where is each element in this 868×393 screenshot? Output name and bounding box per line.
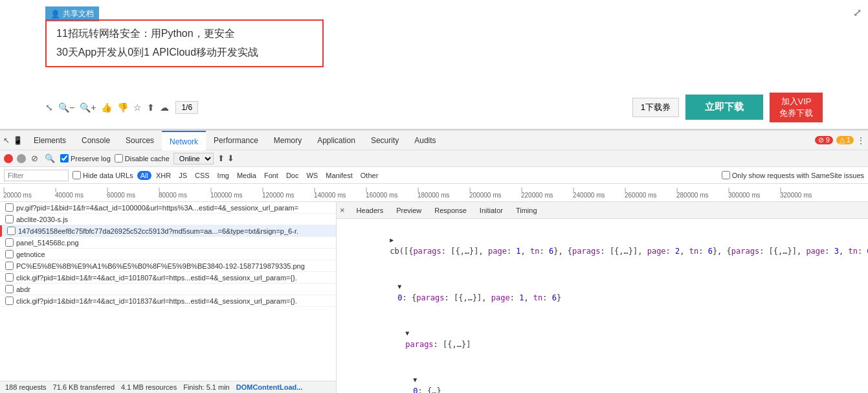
webpage-toolbar: ⤡ 🔍− 🔍+ 👍 👎 ☆ ⬆ ☁ 1/6 1下载券 立即下载 加入VIP 免券… (45, 93, 823, 122)
thumb-down-icon[interactable]: 👎 (117, 102, 128, 113)
filter-tag-js[interactable]: JS (175, 171, 190, 180)
json-line-3: ▼ parags: [{,…}] (343, 315, 862, 362)
throttle-select[interactable]: Online (173, 153, 214, 164)
thumb-up-icon[interactable]: 👍 (101, 102, 112, 113)
search-icon-button[interactable]: 🔍 (43, 153, 56, 163)
expand-icon[interactable]: ⤢ (853, 6, 862, 19)
preserve-log-label[interactable]: Preserve log (60, 154, 111, 163)
request-checkbox-3[interactable] (7, 227, 16, 235)
request-checkbox-4[interactable] (5, 238, 14, 247)
disable-cache-text: Disable cache (125, 155, 170, 163)
vip-button[interactable]: 加入VIP 免券下载 (770, 93, 823, 122)
vip-line2: 免券下载 (779, 107, 813, 119)
download-button[interactable]: 立即下载 (685, 95, 763, 120)
request-name-1: pv.gif?pid=1&bid=1&fr=4&act_id=100000&ur… (16, 204, 298, 212)
tab-audits[interactable]: Audits (406, 131, 443, 150)
share-icon[interactable]: ⬆ (147, 102, 155, 113)
json-arrow-2[interactable]: ▼ (397, 283, 401, 290)
request-item-2[interactable]: abclite-2030-s.js (0, 214, 336, 225)
request-item-8[interactable]: abdr (0, 284, 336, 295)
device-icon[interactable]: 📱 (13, 136, 23, 145)
star-icon[interactable]: ☆ (133, 102, 142, 113)
cloud-icon[interactable]: ☁ (160, 102, 169, 113)
export-icon[interactable]: ⬇ (227, 153, 234, 163)
response-tab-response[interactable]: Response (428, 202, 473, 219)
samesite-checkbox[interactable] (722, 171, 730, 179)
filter-tags: All XHR JS CSS Img Media Font Doc WS Man… (137, 171, 382, 180)
tab-console[interactable]: Console (74, 131, 118, 150)
hide-data-urls-text: Hide data URLs (83, 172, 133, 179)
zoom-out-icon[interactable]: 🔍− (58, 102, 74, 113)
filter-tag-doc[interactable]: Doc (283, 171, 302, 180)
filter-tag-ws[interactable]: WS (303, 171, 321, 180)
filter-tag-all[interactable]: All (137, 171, 151, 180)
json-arrow-3[interactable]: ▼ (405, 330, 409, 337)
response-close-button[interactable]: × (340, 205, 345, 215)
filter-input[interactable] (4, 170, 69, 181)
disable-cache-label[interactable]: Disable cache (115, 154, 170, 163)
filter-tag-css[interactable]: CSS (192, 171, 213, 180)
request-item-5[interactable]: getnotice (0, 249, 336, 260)
filter-tag-img[interactable]: Img (214, 171, 232, 180)
clear-button[interactable] (17, 154, 26, 163)
tab-network[interactable]: Network (162, 131, 206, 150)
devtools-more-icon[interactable]: ⋮ (857, 136, 865, 145)
samesite-label[interactable]: Only show requests with SameSite issues (722, 171, 864, 179)
filter-tag-font[interactable]: Font (261, 171, 282, 180)
footer-requests: 188 requests (5, 383, 47, 391)
tab-security[interactable]: Security (363, 131, 406, 150)
request-item-3[interactable]: 147d495158eef8c75fbfc77da26925c52cc5913d… (0, 225, 336, 237)
tick-14: 280000 ms (676, 192, 728, 199)
request-checkbox-7[interactable] (5, 273, 14, 282)
tab-sources[interactable]: Sources (118, 131, 162, 150)
hide-data-urls-checkbox[interactable] (72, 171, 81, 179)
response-tab-preview[interactable]: Preview (390, 202, 428, 219)
filter-tag-other[interactable]: Other (357, 171, 382, 180)
tab-application[interactable]: Application (309, 131, 363, 150)
request-checkbox-9[interactable] (5, 297, 14, 305)
preserve-log-checkbox[interactable] (60, 154, 69, 163)
json-line-2: ▼ 0: {parags: [{,…}], page: 1, tn: 6} (343, 269, 862, 315)
filter-icon-button[interactable]: ⊘ (30, 153, 39, 163)
tab-memory[interactable]: Memory (266, 131, 309, 150)
import-icon[interactable]: ⬆ (217, 153, 225, 163)
inspect-icon[interactable]: ↖ (3, 136, 10, 145)
vip-line1: 加入VIP (779, 96, 813, 107)
footer-finish: Finish: 5.1 min (183, 383, 230, 391)
ruler-ticks: 20000 ms 40000 ms 60000 ms 80000 ms 1000… (0, 192, 868, 199)
request-checkbox-1[interactable] (5, 203, 14, 212)
request-name-3: 147d495158eef8c75fbfc77da26925c52cc5913d… (18, 227, 298, 235)
record-button[interactable] (4, 154, 13, 163)
json-arrow-1[interactable]: ▶ (390, 236, 394, 243)
response-tab-headers[interactable]: Headers (350, 202, 390, 219)
request-item-7[interactable]: click.gif?pid=1&bid=1&fr=4&act_id=101807… (0, 272, 336, 284)
tick-4: 80000 ms (159, 192, 210, 199)
request-item-6[interactable]: PC%E5%8E%8B%E9%A1%B6%E5%B0%8F%E5%9B%BE38… (0, 260, 336, 272)
request-name-6: PC%E5%8E%8B%E9%A1%B6%E5%B0%8F%E5%9B%BE38… (16, 262, 305, 270)
coupon-button[interactable]: 1下载券 (632, 98, 679, 117)
request-item-1[interactable]: pv.gif?pid=1&bid=1&fr=4&act_id=100000&ur… (0, 202, 336, 214)
user-icon: 👤 (50, 10, 60, 19)
requests-list: pv.gif?pid=1&bid=1&fr=4&act_id=100000&ur… (0, 202, 336, 381)
fullscreen-icon[interactable]: ⤡ (45, 102, 53, 113)
response-tab-initiator[interactable]: Initiator (473, 202, 509, 219)
json-arrow-4[interactable]: ▼ (413, 376, 417, 383)
request-checkbox-5[interactable] (5, 250, 14, 258)
tab-elements[interactable]: Elements (26, 131, 74, 150)
request-checkbox-6[interactable] (5, 262, 14, 270)
response-tab-timing[interactable]: Timing (509, 202, 544, 219)
request-checkbox-2[interactable] (5, 215, 14, 223)
filter-tag-xhr[interactable]: XHR (153, 171, 174, 180)
disable-cache-checkbox[interactable] (115, 154, 123, 163)
request-checkbox-8[interactable] (5, 285, 14, 293)
filter-tag-manifest[interactable]: Manifest (322, 171, 356, 180)
json-line-1: ▶ cb([{parags: [{,…}], page: 1, tn: 6}, … (343, 222, 862, 269)
zoom-in-icon[interactable]: 🔍+ (80, 102, 96, 113)
preserve-log-text: Preserve log (71, 155, 111, 163)
request-name-5: getnotice (16, 251, 45, 258)
request-item-4[interactable]: panel_514568c.png (0, 237, 336, 249)
request-item-9[interactable]: click.gif?pid=1&bid=1&fr=4&act_id=101837… (0, 295, 336, 307)
filter-tag-media[interactable]: Media (234, 171, 260, 180)
tab-performance[interactable]: Performance (206, 131, 266, 150)
hide-data-urls-label[interactable]: Hide data URLs (72, 171, 133, 179)
